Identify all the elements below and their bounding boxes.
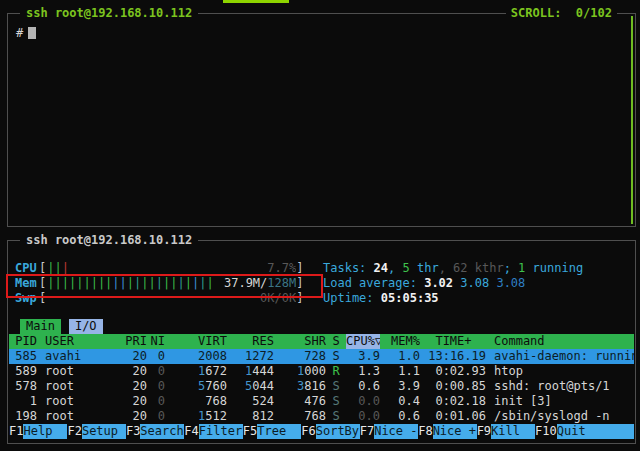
fkey-label: Quit [557, 424, 634, 439]
ssh-shell-pane[interactable]: ssh root@192.168.10.112 SCROLL: 0/102 # [7, 13, 636, 227]
fkey-number: F3 [126, 424, 140, 439]
column-header-pid[interactable]: PID [9, 334, 37, 349]
fkey-number: F5 [243, 424, 257, 439]
fkey-f4-filter[interactable]: F4Filter [184, 424, 242, 439]
column-header-command[interactable]: Command [486, 334, 634, 349]
fkey-f9-kill[interactable]: F9Kill [477, 424, 535, 439]
fkey-label: Setup [82, 424, 126, 439]
fkey-f3-search[interactable]: F3Search [126, 424, 184, 439]
terminal-screen: ssh root@192.168.10.112 SCROLL: 0/102 # … [0, 0, 640, 451]
fkey-number: F1 [9, 424, 23, 439]
top-progress-line [223, 0, 289, 3]
fkey-label: Nice - [374, 424, 418, 439]
htop-tabs: MainI/O [20, 319, 111, 334]
column-header-res[interactable]: RES [227, 334, 274, 349]
htop-pane[interactable]: ssh root@192.168.10.112 CPU[|||7.7%]Mem[… [7, 240, 636, 444]
mem-meter: Mem[|||||||||||||||||||||||37.9M/128M] [15, 276, 303, 291]
mem-meter-value: 37.9M/128M [224, 276, 296, 291]
fkey-label: SortBy [316, 424, 360, 439]
column-header-time[interactable]: TIME+ [420, 334, 486, 349]
table-header-row: PIDUSERPRINIVIRTRESSHRSCPU%▽MEM%TIME+ Co… [9, 334, 634, 349]
fkey-f5-tree[interactable]: F5Tree [243, 424, 301, 439]
tab-main[interactable]: Main [20, 319, 61, 334]
fkey-number: F2 [67, 424, 81, 439]
fkey-number: F8 [418, 424, 432, 439]
tab-io[interactable]: I/O [69, 319, 103, 334]
process-table: PIDUSERPRINIVIRTRESSHRSCPU%▽MEM%TIME+ Co… [9, 334, 634, 424]
top-pane-title: ssh root@192.168.10.112 [20, 6, 198, 21]
fkey-number: F6 [301, 424, 315, 439]
cpu-meter-value: 7.7% [267, 261, 296, 276]
table-row[interactable]: 1root200768524476S0.00.40:02.18init [3] [9, 394, 634, 409]
bottom-pane-title: ssh root@192.168.10.112 [20, 233, 198, 248]
text-cursor [28, 27, 36, 39]
tasks-line: Tasks: 24, 5 thr, 62 kthr; 1 running [323, 261, 583, 276]
column-header-pri[interactable]: PRI [109, 334, 147, 349]
column-header-user[interactable]: USER [37, 334, 109, 349]
swp-meter-label: Swp [15, 291, 39, 306]
cpu-meter: CPU[|||7.7%] [15, 261, 303, 276]
fkey-f7-nice-[interactable]: F7Nice - [360, 424, 418, 439]
fkey-label: Tree [257, 424, 301, 439]
fkey-label: Filter [199, 424, 243, 439]
uptime-line: Uptime: 05:05:35 [323, 291, 583, 306]
htop-info-column: Tasks: 24, 5 thr, 62 kthr; 1 runningLoad… [323, 261, 583, 306]
column-header-ni[interactable]: NI [147, 334, 165, 349]
fkey-f1-help[interactable]: F1Help [9, 424, 67, 439]
swp-meter: Swp[0K/0K] [15, 291, 303, 306]
fkey-number: F10 [535, 424, 557, 439]
table-row[interactable]: 578root200576050443816S0.63.90:00.85sshd… [9, 379, 634, 394]
fkey-label: Search [140, 424, 184, 439]
fkey-number: F7 [360, 424, 374, 439]
fkey-label: Kill [491, 424, 535, 439]
table-row-selected[interactable]: 585avahi20020081272728S3.91.013:16.19ava… [9, 349, 634, 364]
column-header-s[interactable]: S [326, 334, 346, 349]
fkey-number: F4 [184, 424, 198, 439]
fkey-label: Nice + [433, 424, 477, 439]
fkey-number: F9 [477, 424, 491, 439]
shell-prompt-line[interactable]: # [16, 26, 36, 41]
function-key-bar: F1Help F2Setup F3SearchF4FilterF5Tree F6… [9, 424, 634, 439]
column-header-shr[interactable]: SHR [274, 334, 326, 349]
scroll-indicator: SCROLL: 0/102 [506, 6, 617, 21]
fkey-label: Help [23, 424, 67, 439]
fkey-f10-quit[interactable]: F10Quit [535, 424, 634, 439]
cpu-meter-label: CPU [15, 261, 39, 276]
mem-meter-label: Mem [15, 276, 39, 291]
column-header-mem[interactable]: MEM% [380, 334, 420, 349]
htop-meters: CPU[|||7.7%]Mem[|||||||||||||||||||||||3… [15, 261, 303, 306]
shell-prompt: # [16, 26, 23, 40]
fkey-f6-sortby[interactable]: F6SortBy [301, 424, 359, 439]
table-row[interactable]: 589root200167214441000R1.31.10:02.93htop [9, 364, 634, 379]
scroll-position-bar[interactable] [631, 16, 633, 224]
swp-meter-value: 0K/0K [260, 291, 296, 306]
load-average-line: Load average: 3.02 3.08 3.08 [323, 276, 583, 291]
column-header-cpu[interactable]: CPU%▽ [346, 334, 380, 349]
fkey-f2-setup[interactable]: F2Setup [67, 424, 125, 439]
table-row[interactable]: 198root2001512812768S0.00.60:01.06/sbin/… [9, 409, 634, 424]
fkey-f8-nice+[interactable]: F8Nice + [418, 424, 476, 439]
column-header-virt[interactable]: VIRT [165, 334, 227, 349]
